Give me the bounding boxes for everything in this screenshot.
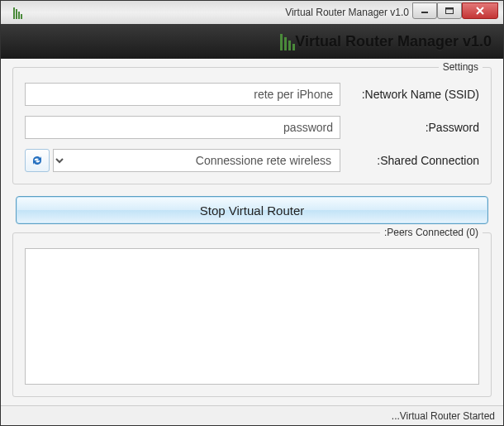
wifi-bars-icon <box>9 6 22 19</box>
shared-connection-label: Shared Connection: <box>347 154 479 167</box>
app-window: Virtual Router Manager v1.0 Virtual Rout… <box>0 0 504 426</box>
maximize-button[interactable] <box>437 2 462 19</box>
password-row: Password: <box>25 116 479 139</box>
settings-group: Settings Network Name (SSID): Password: … <box>12 67 492 184</box>
peers-list[interactable] <box>25 248 479 385</box>
settings-group-title: Settings <box>439 61 483 73</box>
password-label: Password: <box>347 121 479 134</box>
refresh-icon <box>31 154 44 167</box>
peers-group: Peers Connected (0): <box>12 232 492 397</box>
peers-group-title: Peers Connected (0): <box>380 227 483 238</box>
close-button[interactable] <box>462 2 498 19</box>
header-banner: Virtual Router Manager v1.0 <box>1 24 503 59</box>
window-controls <box>412 6 498 19</box>
statusbar: Virtual Router Started... <box>1 405 503 425</box>
header-title: Virtual Router Manager v1.0 <box>295 33 492 50</box>
maximize-icon <box>445 7 454 14</box>
status-text: Virtual Router Started... <box>392 410 495 422</box>
refresh-button[interactable] <box>25 149 50 172</box>
content-area: Settings Network Name (SSID): Password: … <box>1 59 503 405</box>
wifi-bars-icon <box>277 32 295 50</box>
close-icon <box>476 7 484 15</box>
titlebar[interactable]: Virtual Router Manager v1.0 <box>1 1 503 24</box>
ssid-label: Network Name (SSID): <box>347 88 479 101</box>
shared-connection-row: Shared Connection: Connessione rete wire… <box>25 149 479 172</box>
minimize-button[interactable] <box>412 2 437 19</box>
password-input[interactable] <box>25 116 340 139</box>
stop-router-button[interactable]: Stop Virtual Router <box>16 196 488 224</box>
window-title: Virtual Router Manager v1.0 <box>22 7 412 18</box>
shared-connection-select[interactable]: Connessione rete wireless <box>53 149 340 172</box>
ssid-row: Network Name (SSID): <box>25 83 479 106</box>
minimize-icon <box>421 7 429 14</box>
ssid-input[interactable] <box>25 83 340 106</box>
